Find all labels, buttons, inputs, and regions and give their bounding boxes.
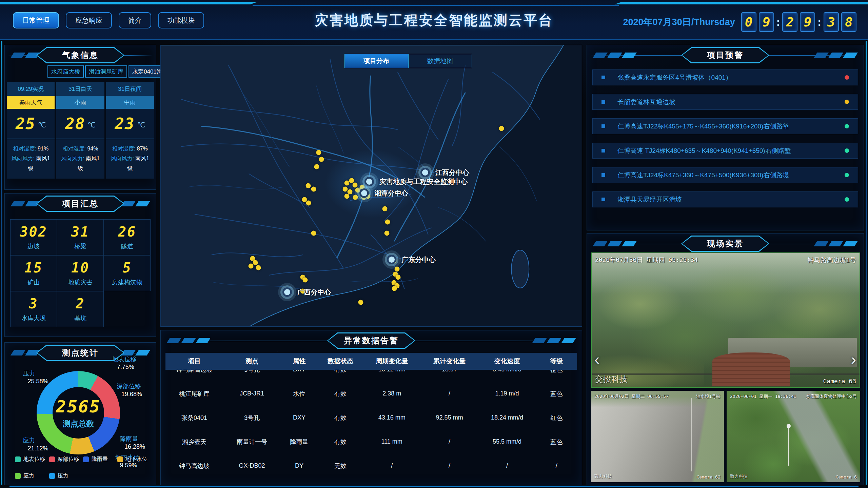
table-cell: 2.38 m bbox=[363, 390, 421, 397]
table-row[interactable]: 张桑04013号孔DXY有效43.16 mm92.55 mm18.24 mm/d… bbox=[165, 406, 577, 430]
nav-daily-management-button[interactable]: 日常管理 bbox=[13, 12, 59, 28]
table-cell: / bbox=[478, 462, 536, 469]
warning-list-item[interactable]: 仁博高速TJ22标K455+175～K455+360(K916+200)右侧路堑 bbox=[592, 118, 858, 134]
table-cell: / bbox=[536, 462, 577, 469]
map-project-dot[interactable] bbox=[394, 266, 399, 271]
weather-tab-huayoudong[interactable]: 滑油洞尾矿库 bbox=[85, 65, 127, 78]
camera-prev-arrow[interactable]: ‹ bbox=[594, 351, 599, 367]
camera-brand-watermark: 致力科技 bbox=[730, 473, 748, 480]
weather-panel-title: 气象信息 bbox=[36, 47, 124, 63]
legend-item[interactable]: 应力 bbox=[15, 472, 49, 480]
camera-timestamp: 2020年06月02日 星期二 06:55:57 bbox=[594, 393, 669, 400]
thumbnail-camera-feed-2[interactable]: 2020-06-01 星期一 18:36:41 娄底固体废物处理中心2号 致力科… bbox=[727, 391, 860, 482]
table-row[interactable]: 钟马路高边坡5号孔DXY有效10.12 mm15.975.46 mm/d橙色 bbox=[165, 370, 577, 382]
table-row[interactable]: 桃江尾矿库JCB-JR1水位有效2.38 m/1.19 m/d蓝色 bbox=[165, 382, 577, 406]
map-project-dot[interactable] bbox=[385, 220, 390, 225]
table-cell: 55.5 mm/d bbox=[478, 438, 536, 445]
alarm-table-body[interactable]: 钟马路高边坡5号孔DXY有效10.12 mm15.975.46 mm/d橙色桃江… bbox=[165, 370, 577, 485]
weather-tab-shuifumiao[interactable]: 水府庙大桥 bbox=[47, 65, 84, 78]
table-row[interactable]: 湘乡壶天雨量计一号降雨量有效111 mm/55.5 mm/d蓝色 bbox=[165, 430, 577, 454]
summary-cell: 31桥梁 bbox=[57, 219, 104, 255]
map-project-dot[interactable] bbox=[499, 126, 504, 131]
nav-emergency-response-button[interactable]: 应急响应 bbox=[66, 12, 112, 28]
alarm-panel-title: 异常数据告警 bbox=[327, 332, 415, 349]
alarm-column-header: 等级 bbox=[536, 357, 577, 366]
legend-item[interactable]: 压力 bbox=[49, 472, 83, 480]
map-center-marker[interactable]: 广西分中心 bbox=[282, 287, 292, 297]
map-project-dot[interactable] bbox=[319, 157, 324, 162]
table-cell: / bbox=[421, 390, 478, 397]
header-decoration bbox=[614, 2, 868, 4]
header-decoration bbox=[815, 241, 856, 246]
weather-temperature: 25 ℃ bbox=[7, 109, 55, 139]
map-project-dot[interactable] bbox=[311, 231, 316, 236]
map-project-dot[interactable] bbox=[314, 164, 319, 169]
map-project-dot[interactable] bbox=[342, 186, 348, 191]
summary-label: 基坑 bbox=[74, 314, 86, 322]
summary-label: 矿山 bbox=[27, 278, 40, 286]
map-project-dot[interactable] bbox=[303, 278, 308, 283]
camera-id-label: Camera 6 bbox=[835, 474, 857, 480]
map-tab-data-map[interactable]: 数据地图 bbox=[408, 54, 472, 68]
clock-colon: : bbox=[817, 16, 821, 28]
nav-intro-button[interactable]: 简介 bbox=[119, 12, 151, 28]
camera-next-arrow[interactable]: › bbox=[851, 351, 856, 367]
table-row[interactable]: 钟马高边坡GX-DB02DY无效//// bbox=[165, 454, 577, 478]
alarm-table: 项目测点属性数据状态周期变化量累计变化量变化速度等级 钟马路高边坡5号孔DXY有… bbox=[165, 353, 577, 485]
map-project-dot[interactable] bbox=[349, 178, 354, 183]
map-center-marker-label: 灾害地质与工程安全监测中心 bbox=[379, 177, 468, 186]
warning-list-item[interactable]: 仁博高速 TJ24标K480+635～K480+940(K941+650)右侧路… bbox=[592, 143, 858, 159]
table-cell: DXY bbox=[281, 370, 318, 373]
map-center-marker[interactable]: 江西分中心 bbox=[420, 168, 430, 177]
map-tab-project-distribution[interactable]: 项目分布 bbox=[344, 54, 408, 68]
camera-id-label: Camera 63 bbox=[823, 378, 856, 385]
warning-list-item[interactable]: 仁博高速TJ24标K475+360～K475+500(K936+300)右侧路堤 bbox=[592, 167, 858, 183]
legend-item[interactable]: 地表位移 bbox=[15, 456, 49, 463]
camera-location-label: 钟马路高边坡1号 bbox=[807, 256, 856, 265]
camera-id-label: Camera 62 bbox=[697, 474, 721, 480]
table-row[interactable]: 张桑0401ZS0401-DB1DXY有效8.86 mm23.16mm3.83 … bbox=[165, 478, 577, 485]
map-project-dot[interactable] bbox=[353, 195, 358, 200]
legend-swatch bbox=[15, 473, 21, 479]
map-project-dot[interactable] bbox=[344, 180, 349, 185]
warning-list-item[interactable]: 张桑高速永定服务区4号滑坡体（0401） bbox=[592, 69, 858, 85]
map-project-dot[interactable] bbox=[396, 274, 401, 280]
point-stats-title: 测点统计 bbox=[36, 345, 124, 361]
map-project-dot[interactable] bbox=[392, 286, 397, 291]
map-project-dot[interactable] bbox=[311, 186, 316, 191]
map-project-dot[interactable] bbox=[256, 265, 261, 270]
summary-cell: 15矿山 bbox=[10, 255, 57, 291]
weather-condition: 暴雨天气 bbox=[7, 96, 55, 109]
legend-item[interactable]: 降雨量 bbox=[83, 456, 117, 463]
panel-header: 现场实景 bbox=[587, 236, 864, 253]
legend-item[interactable]: 深部位移 bbox=[49, 456, 83, 463]
map-project-dot[interactable] bbox=[352, 183, 357, 188]
chart-legend: 地表位移深部位移降雨量地下水位应力压力 bbox=[15, 456, 151, 480]
map-center-marker[interactable]: 灾害地质与工程安全监测中心 bbox=[364, 177, 374, 186]
map-project-dot[interactable] bbox=[248, 264, 253, 269]
point-stats-panel: 测点统计 2565 测点总数 地表位移7.75%深部位移19.68%降雨量16.… bbox=[4, 342, 156, 485]
map-project-dot[interactable] bbox=[305, 183, 311, 188]
map-project-dot[interactable] bbox=[316, 150, 321, 155]
main-camera-feed[interactable]: 2020年07月30日 星期四 09:29:34 钟马路高边坡1号 交投科技 C… bbox=[591, 252, 860, 388]
map-project-dot[interactable] bbox=[358, 300, 363, 305]
map-project-dot[interactable] bbox=[384, 231, 389, 236]
legend-swatch bbox=[83, 456, 89, 462]
warning-list-item[interactable]: 长韶娄道林互通边坡 bbox=[592, 94, 858, 110]
thumbnail-camera-feed-1[interactable]: 2020年06月02日 星期二 06:55:57 治水坝1号站 致力科技 Cam… bbox=[591, 391, 724, 482]
warning-list-item[interactable]: 湘潭县天易经开区滑坡 bbox=[592, 191, 858, 207]
map-center-marker-label: 湘潭分中心 bbox=[374, 188, 408, 198]
map-center-marker[interactable]: 湘潭分中心 bbox=[359, 188, 369, 198]
map-project-dot[interactable] bbox=[253, 260, 258, 265]
map-project-dot[interactable] bbox=[344, 194, 349, 199]
clock-digit: 9 bbox=[759, 12, 774, 32]
summary-value: 302 bbox=[20, 224, 47, 240]
nav-modules-button[interactable]: 功能模块 bbox=[158, 12, 204, 28]
map-project-dot[interactable] bbox=[306, 200, 311, 205]
camera-brand-watermark: 致力科技 bbox=[594, 473, 612, 480]
weather-panel: 气象信息 水府庙大桥 滑油洞尾矿库 永定0401滑坡 09:29实况 暴雨天气 … bbox=[4, 45, 156, 190]
table-cell: 43.16 mm bbox=[363, 414, 421, 421]
map-center-marker[interactable]: 广东分中心 bbox=[387, 255, 396, 264]
map-project-dot[interactable] bbox=[382, 206, 387, 211]
legend-item[interactable]: 地下水位 bbox=[117, 456, 152, 463]
